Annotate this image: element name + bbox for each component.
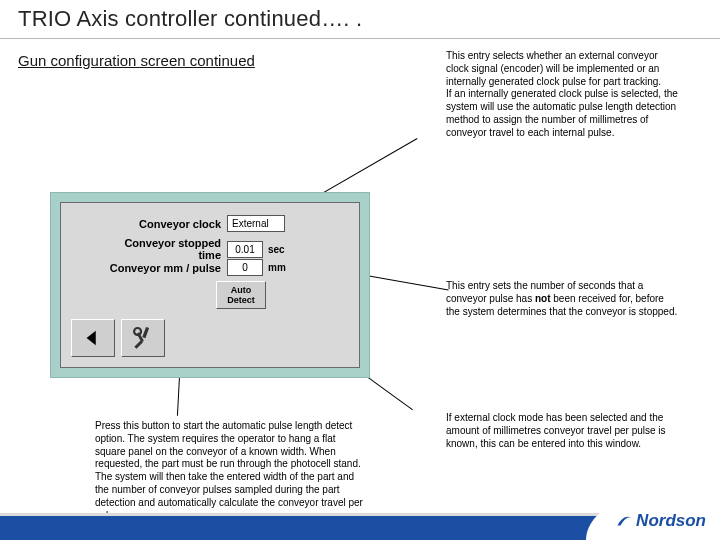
annotation-mm-per-pulse: If external clock mode has been selected…	[446, 412, 680, 450]
field-unit: sec	[268, 244, 285, 255]
conveyor-clock-value[interactable]: External	[227, 215, 285, 232]
wrench-screwdriver-icon	[130, 325, 156, 351]
page-subtitle: Gun configuration screen continued	[18, 52, 255, 69]
back-button[interactable]	[71, 319, 115, 357]
field-unit: mm	[268, 262, 286, 273]
field-label: Conveyor clock	[101, 218, 221, 230]
brand-text: Nordson	[636, 511, 706, 531]
page-title: TRIO Axis controller continued…. .	[18, 6, 362, 32]
annotation-text: This entry selects whether an external c…	[446, 50, 661, 87]
annotation-stopped-time: This entry sets the number of seconds th…	[446, 280, 680, 318]
field-label: Conveyor mm / pulse	[101, 262, 221, 274]
nordson-swoosh-icon	[616, 512, 634, 530]
auto-detect-button[interactable]: Auto Detect	[216, 281, 266, 309]
tools-button[interactable]	[121, 319, 165, 357]
field-label: Conveyor stopped time	[101, 237, 221, 261]
svg-marker-0	[87, 331, 96, 346]
svg-rect-1	[142, 327, 149, 338]
title-divider	[0, 38, 720, 39]
config-panel: Conveyor clock External Conveyor stopped…	[50, 192, 370, 378]
field-conveyor-mm-pulse: Conveyor mm / pulse 0 mm	[101, 259, 286, 276]
nordson-logo: Nordson	[616, 511, 706, 531]
config-panel-inner: Conveyor clock External Conveyor stopped…	[60, 202, 360, 368]
mm-pulse-value[interactable]: 0	[227, 259, 263, 276]
field-conveyor-stopped-time: Conveyor stopped time 0.01 sec	[101, 237, 285, 261]
arrow-left-icon	[82, 327, 104, 349]
field-conveyor-clock: Conveyor clock External	[101, 215, 285, 232]
stopped-time-value[interactable]: 0.01	[227, 241, 263, 258]
annotation-bold: not	[535, 293, 551, 304]
annotation-conveyor-clock: This entry selects whether an external c…	[446, 50, 680, 140]
annotation-text: If an internally generated clock pulse i…	[446, 88, 678, 137]
annotation-auto-detect: Press this button to start the automatic…	[95, 420, 367, 522]
